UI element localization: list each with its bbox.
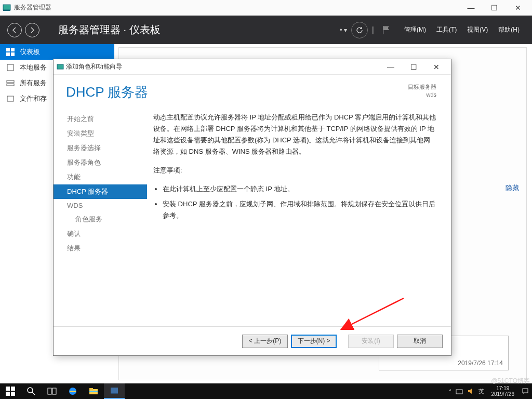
svg-rect-7 (7, 81, 14, 83)
chevron-down-icon[interactable]: • ▾ (340, 26, 347, 34)
svg-rect-3 (11, 48, 15, 51)
breadcrumb: 服务器管理器 · 仪表板 (58, 23, 161, 37)
sidebar-item-label: 文件和存 (20, 94, 47, 103)
svg-rect-10 (57, 64, 63, 69)
nav-role-services[interactable]: 角色服务 (54, 212, 147, 227)
next-button[interactable]: 下一步(N) > (291, 335, 337, 348)
wizard-content: 动态主机配置协议允许服务器将 IP 地址分配或租用给已作为 DHCP 客户端启用… (147, 105, 451, 326)
minimize-button[interactable]: — (459, 0, 483, 16)
notes-label: 注意事项: (153, 165, 436, 176)
wizard-nav: 开始之前 安装类型 服务器选择 服务器角色 功能 DHCP 服务器 WDS 角色… (54, 105, 147, 326)
nav-features[interactable]: 功能 (54, 170, 147, 184)
sidebar-item-label: 本地服务 (20, 63, 47, 72)
note-item: 在此计算机上至少应配置一个静态 IP 地址。 (163, 183, 436, 195)
close-button[interactable]: ✕ (506, 0, 529, 16)
nav-wds[interactable]: WDS (54, 199, 147, 212)
notifications-flag-icon[interactable] (381, 25, 392, 35)
note-item: 安装 DHCP 服务器之前，应规划子网、作用域和排除范围。将规划保存在安全位置以… (163, 198, 436, 221)
svg-rect-19 (52, 388, 56, 394)
hide-link[interactable]: 隐藏 (506, 183, 519, 193)
svg-rect-6 (7, 64, 14, 71)
wizard-icon (57, 63, 64, 71)
main-window-title: 服务器管理器 (14, 3, 51, 12)
svg-rect-25 (111, 393, 118, 394)
menu-view[interactable]: 视图(V) (467, 25, 488, 34)
svg-point-16 (28, 388, 33, 393)
taskbar-ie-icon[interactable] (62, 383, 83, 399)
content-description: 动态主机配置协议允许服务器将 IP 地址分配或租用给已作为 DHCP 客户端启用… (153, 112, 436, 157)
search-button[interactable] (21, 383, 42, 399)
server-icon (6, 63, 15, 72)
taskbar: ˄ 英 17:19 2019/7/26 (0, 383, 532, 399)
breadcrumb-current[interactable]: 仪表板 (129, 24, 161, 35)
taskbar-server-manager-icon[interactable] (104, 383, 125, 399)
watermark: @51CTO博客 (491, 377, 530, 385)
svg-rect-4 (6, 52, 10, 56)
tray-action-center-icon[interactable] (522, 388, 529, 395)
start-button[interactable] (0, 383, 21, 399)
nav-before-you-begin[interactable]: 开始之前 (54, 112, 147, 126)
svg-rect-27 (523, 389, 528, 393)
task-view-button[interactable] (42, 383, 62, 399)
dialog-minimize-button[interactable]: — (379, 60, 402, 74)
tray-network-icon[interactable] (456, 388, 463, 395)
nav-install-type[interactable]: 安装类型 (54, 126, 147, 141)
nav-results[interactable]: 结果 (54, 241, 147, 256)
svg-rect-14 (6, 392, 10, 396)
add-roles-wizard-dialog: 添加角色和功能向导 — ☐ ✕ DHCP 服务器 目标服务器 wds 开始之前 … (53, 59, 451, 356)
svg-rect-1 (3, 10, 10, 11)
storage-icon (6, 95, 15, 103)
svg-rect-24 (111, 388, 118, 393)
sidebar-item-label: 仪表板 (20, 47, 40, 57)
tray-volume-icon[interactable] (467, 388, 474, 395)
svg-rect-22 (89, 388, 93, 390)
wizard-footer: < 上一步(P) 下一步(N) > 安装(I) 取消 (54, 326, 451, 355)
svg-line-17 (32, 392, 35, 395)
destination-server-label: 目标服务器 wds (408, 83, 436, 99)
svg-rect-8 (7, 84, 14, 86)
nav-confirmation[interactable]: 确认 (54, 227, 147, 241)
install-button: 安装(I) (348, 335, 394, 348)
menu-tools[interactable]: 工具(T) (436, 25, 457, 34)
breadcrumb-root[interactable]: 服务器管理器 (58, 24, 121, 35)
tray-chevron-up-icon[interactable]: ˄ (449, 389, 451, 394)
bpa-timestamp: 2019/7/26 17:14 (384, 360, 503, 367)
servers-icon (6, 79, 15, 87)
dashboard-icon (6, 48, 15, 56)
dialog-title: 添加角色和功能向导 (66, 62, 122, 71)
server-manager-icon (3, 4, 11, 12)
nav-back-button[interactable] (7, 23, 22, 37)
svg-rect-12 (6, 387, 10, 391)
nav-server-selection[interactable]: 服务器选择 (54, 141, 147, 155)
refresh-button[interactable] (351, 22, 368, 38)
taskbar-explorer-icon[interactable] (83, 383, 104, 399)
sidebar-item-dashboard[interactable]: 仪表板 (0, 44, 114, 60)
previous-button[interactable]: < 上一步(P) (242, 335, 288, 348)
nav-dhcp-server[interactable]: DHCP 服务器 (54, 184, 147, 199)
main-window-titlebar: 服务器管理器 — ☐ ✕ (0, 0, 532, 16)
dialog-titlebar: 添加角色和功能向导 — ☐ ✕ (54, 59, 451, 75)
menu-help[interactable]: 帮助(H) (498, 25, 520, 34)
dialog-maximize-button[interactable]: ☐ (402, 60, 425, 74)
cancel-button[interactable]: 取消 (397, 335, 443, 348)
svg-rect-5 (11, 52, 15, 56)
ime-indicator[interactable]: 英 (478, 388, 484, 395)
nav-server-roles[interactable]: 服务器角色 (54, 155, 147, 170)
sidebar-item-label: 所有服务 (20, 78, 47, 88)
svg-rect-9 (7, 96, 14, 101)
dialog-close-button[interactable]: ✕ (425, 60, 448, 74)
svg-rect-2 (6, 48, 10, 51)
destination-server-name: wds (408, 91, 436, 99)
svg-rect-0 (3, 5, 10, 10)
wizard-page-heading: DHCP 服务器 (66, 83, 148, 101)
taskbar-clock[interactable]: 17:19 2019/7/26 (488, 385, 518, 397)
svg-rect-23 (89, 391, 98, 392)
system-tray: ˄ 英 17:19 2019/7/26 (446, 385, 533, 397)
maximize-button[interactable]: ☐ (483, 0, 506, 16)
menu-manage[interactable]: 管理(M) (404, 25, 426, 34)
svg-rect-15 (11, 392, 15, 396)
svg-rect-18 (48, 388, 51, 394)
svg-rect-26 (456, 390, 462, 394)
nav-forward-button[interactable] (25, 23, 39, 37)
app-header: 服务器管理器 · 仪表板 • ▾ | 管理(M) 工具(T) 视图(V) 帮助(… (0, 16, 532, 44)
